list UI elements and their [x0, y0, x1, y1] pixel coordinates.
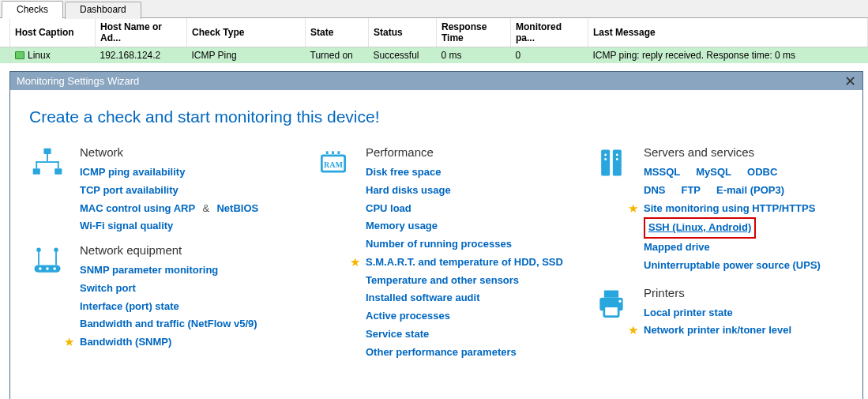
link-ssh[interactable]: SSH (Linux, Android)	[648, 219, 751, 237]
link-wifi-quality[interactable]: Wi-Fi signal quality	[80, 217, 298, 235]
svg-rect-20	[601, 150, 610, 176]
svg-point-13	[36, 248, 41, 253]
svg-point-24	[616, 153, 618, 156]
link-odbc[interactable]: ODBC	[747, 164, 777, 182]
svg-rect-17	[332, 151, 334, 154]
svg-point-29	[618, 299, 621, 302]
cell-status: Successful	[369, 47, 437, 64]
svg-rect-21	[613, 150, 622, 176]
link-active-processes[interactable]: Active processes	[366, 307, 576, 326]
link-hdd-usage[interactable]: Hard disks usage	[366, 182, 576, 200]
tab-checks[interactable]: Checks	[2, 1, 63, 18]
link-mssql[interactable]: MSSQL	[644, 164, 680, 182]
svg-rect-26	[604, 290, 618, 297]
link-mac-arp[interactable]: MAC control using ARP	[80, 200, 195, 218]
star-icon: ★	[350, 255, 360, 269]
cell-monitored: 0	[511, 47, 588, 64]
svg-rect-2	[54, 168, 62, 174]
link-dns[interactable]: DNS	[644, 182, 665, 200]
link-tcp-port[interactable]: TCP port availability	[80, 182, 298, 200]
link-mapped-drive[interactable]: Mapped drive	[644, 239, 838, 257]
performance-icon: RAM	[315, 145, 351, 361]
link-ups[interactable]: Uninterruptable power source (UPS)	[644, 257, 838, 275]
cell-response-time: 0 ms	[437, 47, 511, 64]
svg-point-10	[53, 267, 56, 270]
col-status[interactable]: Status	[369, 18, 437, 47]
servers-icon	[593, 145, 629, 275]
star-icon: ★	[628, 201, 638, 216]
top-tabstrip: Checks Dashboard	[0, 0, 868, 18]
svg-point-22	[604, 153, 607, 156]
wizard-title-text: Monitoring Settings Wizard	[17, 75, 139, 87]
cell-host-name: 192.168.124.2	[96, 47, 187, 64]
link-cpu-load[interactable]: CPU load	[366, 200, 576, 218]
svg-rect-6	[58, 161, 59, 168]
link-http[interactable]: Site monitoring using HTTP/HTTPS	[644, 200, 815, 218]
link-netbios[interactable]: NetBIOS	[216, 200, 258, 218]
checks-table: Host Caption Host Name or Ad... Check Ty…	[0, 18, 868, 63]
col-host-caption[interactable]: Host Caption	[10, 18, 96, 47]
cell-check-type: ICMP Ping	[187, 47, 306, 64]
table-row[interactable]: Linux 192.168.124.2 ICMP Ping Turned on …	[0, 47, 868, 64]
svg-rect-3	[47, 154, 48, 161]
link-mysql[interactable]: MySQL	[696, 164, 731, 182]
network-title: Network	[80, 145, 298, 159]
link-icmp-ping[interactable]: ICMP ping availability	[80, 164, 298, 182]
link-bandwidth-snmp[interactable]: Bandwidth (SNMP)	[80, 333, 171, 352]
svg-rect-4	[36, 161, 58, 163]
svg-point-25	[616, 158, 618, 160]
perf-title: Performance	[366, 145, 576, 159]
svg-rect-11	[38, 250, 39, 265]
svg-text:RAM: RAM	[324, 160, 344, 169]
link-processes-count[interactable]: Number of running processes	[366, 235, 576, 254]
link-disk-free[interactable]: Disk free space	[366, 164, 576, 182]
link-pop3[interactable]: E-mail (POP3)	[716, 182, 784, 200]
link-snmp-param[interactable]: SNMP parameter monitoring	[80, 262, 298, 280]
wizard-heading: Create a check and start monitoring this…	[29, 107, 844, 126]
link-memory[interactable]: Memory usage	[366, 217, 576, 235]
link-other-perf[interactable]: Other performance parameters	[366, 344, 576, 362]
neteq-title: Network equipment	[80, 243, 298, 257]
svg-point-8	[39, 267, 42, 270]
star-icon: ★	[628, 323, 638, 337]
col-state[interactable]: State	[306, 18, 369, 47]
col-last-message[interactable]: Last Message	[588, 18, 868, 47]
link-service-state[interactable]: Service state	[366, 326, 576, 344]
svg-point-9	[46, 267, 49, 270]
wizard-titlebar: Monitoring Settings Wizard ✕	[10, 72, 862, 90]
link-network-printer[interactable]: Network printer ink/toner level	[644, 322, 791, 340]
wizard-panel: Monitoring Settings Wizard ✕ Create a ch…	[9, 71, 863, 399]
svg-point-23	[604, 158, 607, 160]
link-interface-state[interactable]: Interface (port) state	[80, 298, 298, 316]
table-header-row: Host Caption Host Name or Ad... Check Ty…	[0, 18, 868, 47]
col-check-type[interactable]: Check Type	[187, 18, 306, 47]
link-local-printer[interactable]: Local printer state	[644, 304, 838, 322]
link-smart[interactable]: S.M.A.R.T. and temperature of HDD, SSD	[366, 254, 563, 272]
link-ftp[interactable]: FTP	[681, 182, 701, 200]
link-netflow[interactable]: Bandwidth and traffic (NetFlow v5/9)	[80, 315, 298, 333]
svg-rect-12	[55, 250, 57, 265]
cell-last-message: ICMP ping: reply received. Response time…	[588, 47, 868, 64]
close-icon[interactable]: ✕	[844, 76, 856, 87]
network-equipment-icon	[29, 243, 66, 352]
svg-rect-28	[604, 306, 618, 316]
svg-rect-5	[36, 161, 37, 168]
ssh-highlight: SSH (Linux, Android)	[644, 217, 756, 239]
link-temperature[interactable]: Temperature and other sensors	[366, 272, 576, 290]
col-monitored[interactable]: Monitored pa...	[511, 18, 588, 47]
col-host-name[interactable]: Host Name or Ad...	[96, 18, 187, 47]
cell-host-caption: Linux	[28, 50, 51, 61]
printers-icon	[593, 286, 629, 341]
svg-rect-0	[43, 149, 51, 154]
svg-rect-16	[326, 151, 329, 154]
link-software-audit[interactable]: Installed software audit	[366, 289, 576, 307]
tab-dashboard[interactable]: Dashboard	[65, 2, 141, 19]
servers-title: Servers and services	[644, 145, 838, 159]
amp-text: &	[197, 202, 214, 214]
link-switch-port[interactable]: Switch port	[80, 280, 298, 298]
svg-point-14	[54, 248, 58, 253]
printers-title: Printers	[644, 286, 838, 299]
cell-state: Turned on	[306, 47, 369, 64]
col-response-time[interactable]: Response Time	[437, 18, 511, 47]
svg-rect-1	[33, 168, 40, 174]
